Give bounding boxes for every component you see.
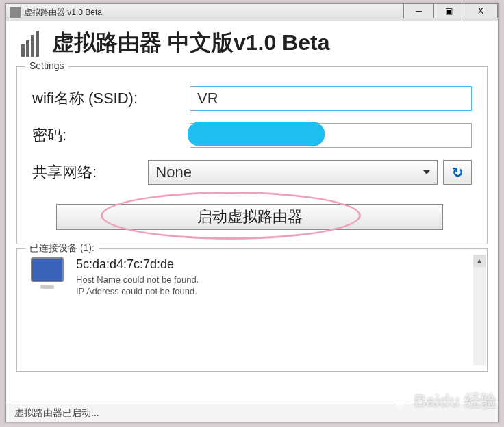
ssid-row: wifi名称 (SSID): bbox=[32, 86, 472, 111]
scrollbar[interactable]: ▲ bbox=[473, 255, 486, 365]
ssid-input[interactable] bbox=[190, 86, 472, 111]
password-label: 密码: bbox=[32, 125, 190, 146]
settings-label: Settings bbox=[25, 60, 68, 71]
device-hostname-msg: Host Name could not be found. bbox=[76, 274, 477, 285]
statusbar: 虚拟路由器已启动... bbox=[6, 404, 498, 422]
refresh-button[interactable]: ↻ bbox=[443, 160, 472, 185]
password-row: 密码: bbox=[32, 123, 472, 148]
computer-icon bbox=[27, 257, 68, 293]
start-router-button[interactable]: 启动虚拟路由器 bbox=[56, 204, 443, 230]
ssid-label: wifi名称 (SSID): bbox=[32, 88, 190, 109]
devices-label: 已连接设备 (1): bbox=[25, 242, 99, 255]
start-button-wrap: 启动虚拟路由器 bbox=[32, 204, 472, 230]
device-info: 5c:da:d4:7c:7d:de Host Name could not be… bbox=[76, 257, 477, 296]
maximize-button[interactable]: ▣ bbox=[433, 3, 464, 18]
signal-icon bbox=[16, 29, 44, 57]
device-item: 5c:da:d4:7c:7d:de Host Name could not be… bbox=[27, 257, 477, 296]
app-window: 虚拟路由器 v1.0 Beta ─ ▣ X 虚拟路由器 中文版v1.0 Beta… bbox=[5, 3, 499, 422]
titlebar: 虚拟路由器 v1.0 Beta ─ ▣ X bbox=[6, 4, 498, 21]
header: 虚拟路由器 中文版v1.0 Beta bbox=[6, 21, 498, 66]
settings-group: Settings wifi名称 (SSID): 密码: 共享网络: None bbox=[16, 66, 488, 244]
minimize-button[interactable]: ─ bbox=[403, 3, 434, 18]
devices-group: 已连接设备 (1): 5c:da:d4:7c:7d:de Host Name c… bbox=[16, 248, 488, 372]
device-mac: 5c:da:d4:7c:7d:de bbox=[76, 257, 477, 272]
status-text: 虚拟路由器已启动... bbox=[14, 407, 99, 419]
network-label: 共享网络: bbox=[32, 162, 148, 183]
window-title: 虚拟路由器 v1.0 Beta bbox=[24, 7, 102, 18]
chevron-down-icon bbox=[423, 170, 430, 174]
refresh-icon: ↻ bbox=[452, 164, 464, 181]
window-controls: ─ ▣ X bbox=[404, 3, 498, 18]
close-button[interactable]: X bbox=[464, 3, 498, 18]
password-redaction bbox=[188, 122, 325, 146]
network-selected: None bbox=[155, 164, 192, 181]
network-row: 共享网络: None ↻ bbox=[32, 160, 472, 185]
app-icon bbox=[10, 7, 21, 18]
scroll-up-button[interactable]: ▲ bbox=[473, 255, 486, 267]
device-ip-msg: IP Address could not be found. bbox=[76, 286, 477, 296]
network-dropdown[interactable]: None bbox=[148, 160, 438, 185]
app-title: 虚拟路由器 中文版v1.0 Beta bbox=[52, 28, 329, 58]
